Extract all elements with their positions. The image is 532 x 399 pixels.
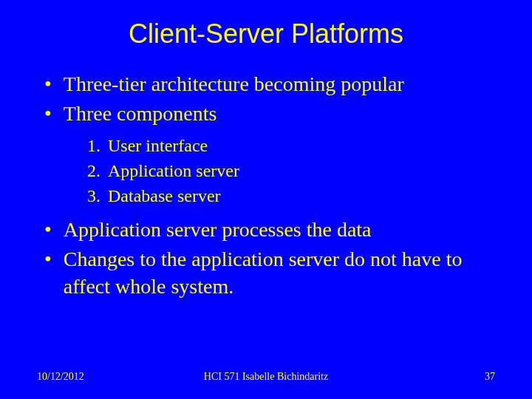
numbered-list: 1. User interface 2. Application server … [37, 134, 495, 208]
slide: Client-Server Platforms • Three-tier arc… [0, 0, 532, 399]
bullet-marker: • [44, 216, 52, 244]
numbered-text: Application server [108, 159, 239, 183]
numbered-item: 1. User interface [87, 134, 495, 157]
numbered-item: 2. Application server [87, 159, 495, 183]
numbered-item: 3. Database server [87, 184, 495, 208]
bullet-item: • Application server processes the data [37, 216, 495, 244]
bullet-item: • Changes to the application server do n… [37, 245, 495, 301]
bullet-marker: • [44, 100, 52, 128]
number-marker: 3. [87, 184, 100, 208]
number-marker: 1. [87, 134, 100, 157]
footer-center: HCI 571 Isabelle Bichindaritz [204, 371, 328, 383]
bullet-item: • Three-tier architecture becoming popul… [37, 70, 495, 98]
bullet-marker: • [44, 70, 52, 98]
numbered-text: Database server [108, 184, 221, 208]
bullet-marker: • [44, 245, 52, 273]
bullet-text: Three-tier architecture becoming popular [64, 70, 495, 98]
slide-content: • Three-tier architecture becoming popul… [37, 70, 495, 301]
footer-date: 10/12/2012 [37, 371, 84, 383]
slide-title: Client-Server Platforms [37, 18, 495, 50]
slide-footer: 10/12/2012 HCI 571 Isabelle Bichindaritz… [0, 371, 532, 383]
bullet-text: Three components [64, 100, 495, 128]
numbered-text: User interface [108, 134, 208, 157]
number-marker: 2. [87, 159, 100, 183]
bullet-text: Changes to the application server do not… [64, 245, 495, 301]
footer-page-number: 37 [485, 371, 495, 383]
bullet-item: • Three components [37, 100, 495, 128]
bullet-text: Application server processes the data [64, 216, 495, 244]
